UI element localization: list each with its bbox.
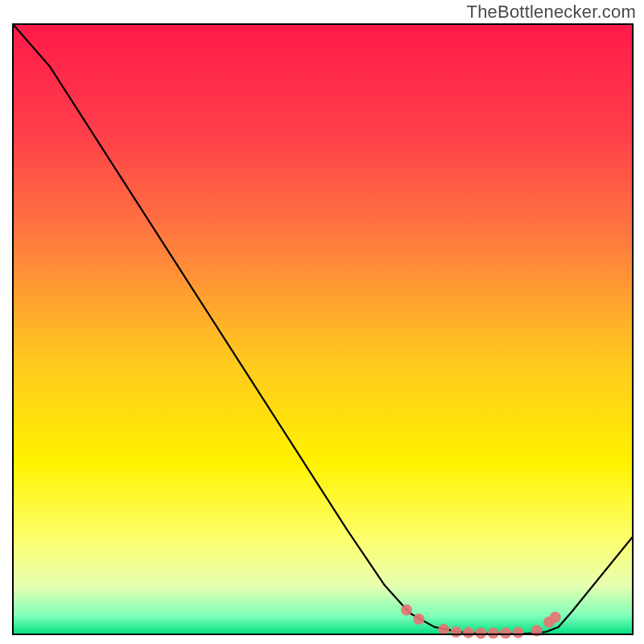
svg-point-1 [401,605,412,616]
svg-point-2 [413,613,424,625]
svg-point-8 [500,627,511,638]
svg-point-3 [438,624,449,635]
bottleneck-curve-chart [0,0,644,644]
svg-point-4 [451,626,462,638]
svg-point-6 [475,627,486,638]
svg-point-12 [550,612,561,623]
svg-point-9 [513,627,524,638]
chart-frame: TheBottleneсker.com [0,0,644,644]
svg-point-5 [463,627,474,638]
svg-point-7 [488,627,499,638]
svg-rect-0 [13,24,633,634]
